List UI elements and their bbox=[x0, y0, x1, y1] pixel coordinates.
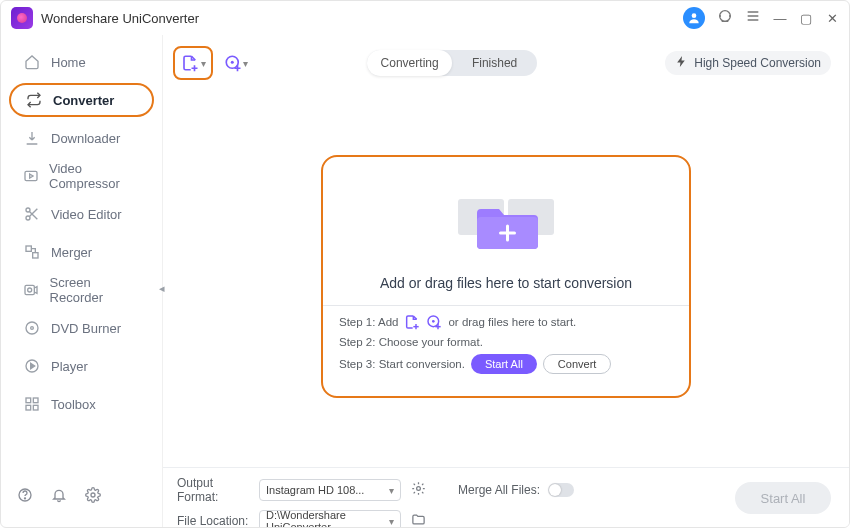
svg-rect-5 bbox=[25, 171, 37, 180]
sidebar: Home Converter Downloader Video Compress… bbox=[1, 35, 163, 527]
support-icon[interactable] bbox=[717, 8, 733, 28]
start-all-footer-button[interactable]: Start All bbox=[735, 482, 831, 514]
svg-rect-11 bbox=[26, 246, 31, 251]
chevron-down-icon: ▾ bbox=[201, 58, 206, 69]
add-dvd-button[interactable]: ▾ bbox=[221, 48, 251, 78]
svg-point-43 bbox=[417, 487, 421, 491]
grid-icon bbox=[23, 395, 41, 413]
scissors-icon bbox=[23, 205, 41, 223]
sidebar-item-recorder[interactable]: Screen Recorder bbox=[9, 273, 154, 307]
sidebar-item-label: Converter bbox=[53, 93, 114, 108]
svg-point-24 bbox=[24, 498, 25, 499]
merge-label: Merge All Files: bbox=[458, 483, 540, 497]
account-avatar[interactable] bbox=[683, 7, 705, 29]
svg-point-16 bbox=[31, 327, 34, 330]
tab-finished[interactable]: Finished bbox=[452, 56, 537, 70]
open-folder-icon[interactable] bbox=[411, 512, 426, 528]
merge-toggle[interactable] bbox=[548, 483, 574, 497]
sidebar-item-dvd[interactable]: DVD Burner bbox=[9, 311, 154, 345]
app-title: Wondershare UniConverter bbox=[41, 11, 199, 26]
bell-icon[interactable] bbox=[51, 487, 67, 507]
compressor-icon bbox=[23, 167, 39, 185]
chevron-down-icon: ▾ bbox=[389, 516, 394, 527]
sidebar-item-label: Player bbox=[51, 359, 88, 374]
sidebar-item-label: DVD Burner bbox=[51, 321, 121, 336]
add-file-button[interactable]: ▾ bbox=[173, 46, 213, 80]
minimize-button[interactable]: — bbox=[773, 11, 787, 26]
collapse-sidebar-icon[interactable]: ◂ bbox=[155, 281, 169, 295]
step1-prefix: Step 1: Add bbox=[339, 316, 398, 328]
step-3: Step 3: Start conversion. Start All Conv… bbox=[339, 354, 673, 374]
sidebar-item-editor[interactable]: Video Editor bbox=[9, 197, 154, 231]
svg-point-25 bbox=[91, 493, 95, 497]
sidebar-item-home[interactable]: Home bbox=[9, 45, 154, 79]
step-2: Step 2: Choose your format. bbox=[339, 336, 673, 348]
bolt-icon bbox=[675, 55, 688, 71]
svg-point-15 bbox=[26, 322, 38, 334]
svg-point-14 bbox=[28, 288, 32, 292]
svg-marker-18 bbox=[31, 363, 35, 368]
add-file-icon[interactable] bbox=[404, 314, 420, 330]
sidebar-item-converter[interactable]: Converter bbox=[9, 83, 154, 117]
svg-point-40 bbox=[432, 320, 435, 323]
menu-icon[interactable] bbox=[745, 8, 761, 28]
play-icon bbox=[23, 357, 41, 375]
step1-suffix: or drag files here to start. bbox=[448, 316, 576, 328]
folder-illustration bbox=[323, 179, 689, 269]
svg-rect-20 bbox=[33, 398, 38, 403]
svg-rect-22 bbox=[33, 405, 38, 410]
svg-rect-19 bbox=[26, 398, 31, 403]
step-1: Step 1: Add or drag files here to start. bbox=[339, 314, 673, 330]
sidebar-item-merger[interactable]: Merger bbox=[9, 235, 154, 269]
home-icon bbox=[23, 53, 41, 71]
output-format-select[interactable]: Instagram HD 108... ▾ bbox=[259, 479, 401, 501]
svg-point-0 bbox=[692, 13, 697, 18]
toolbar: ▾ ▾ Converting Finished High Speed Conve… bbox=[173, 41, 839, 85]
tab-converting[interactable]: Converting bbox=[367, 50, 452, 76]
settings-icon[interactable] bbox=[85, 487, 101, 507]
divider bbox=[323, 305, 689, 306]
help-icon[interactable] bbox=[17, 487, 33, 507]
svg-marker-6 bbox=[30, 174, 33, 178]
sidebar-item-label: Video Compressor bbox=[49, 161, 140, 191]
add-dvd-icon[interactable] bbox=[426, 314, 442, 330]
sidebar-item-label: Merger bbox=[51, 245, 92, 260]
dropzone[interactable]: Add or drag files here to start conversi… bbox=[321, 155, 691, 398]
output-format-value: Instagram HD 108... bbox=[266, 484, 364, 496]
sidebar-item-player[interactable]: Player bbox=[9, 349, 154, 383]
file-location-select[interactable]: D:\Wondershare UniConverter ▾ bbox=[259, 510, 401, 528]
close-button[interactable]: ✕ bbox=[825, 11, 839, 26]
high-speed-label: High Speed Conversion bbox=[694, 56, 821, 70]
sidebar-item-compressor[interactable]: Video Compressor bbox=[9, 159, 154, 193]
converter-icon bbox=[25, 91, 43, 109]
start-all-button[interactable]: Start All bbox=[471, 354, 537, 374]
app-logo bbox=[11, 7, 33, 29]
chevron-down-icon: ▾ bbox=[389, 485, 394, 496]
high-speed-toggle[interactable]: High Speed Conversion bbox=[665, 51, 831, 75]
svg-rect-13 bbox=[25, 285, 34, 294]
convert-button[interactable]: Convert bbox=[543, 354, 612, 374]
merger-icon bbox=[23, 243, 41, 261]
sidebar-item-label: Video Editor bbox=[51, 207, 122, 222]
chevron-down-icon: ▾ bbox=[243, 58, 248, 69]
svg-point-7 bbox=[26, 208, 30, 212]
output-format-label: Output Format: bbox=[177, 476, 249, 504]
main-panel: ▾ ▾ Converting Finished High Speed Conve… bbox=[163, 35, 849, 527]
file-location-label: File Location: bbox=[177, 514, 249, 528]
dropzone-message: Add or drag files here to start conversi… bbox=[323, 275, 689, 291]
sidebar-item-label: Home bbox=[51, 55, 86, 70]
sidebar-item-toolbox[interactable]: Toolbox bbox=[9, 387, 154, 421]
svg-point-1 bbox=[720, 11, 731, 22]
status-segmented: Converting Finished bbox=[367, 50, 537, 76]
svg-point-8 bbox=[26, 216, 30, 220]
sidebar-item-label: Toolbox bbox=[51, 397, 96, 412]
maximize-button[interactable]: ▢ bbox=[799, 11, 813, 26]
sidebar-item-downloader[interactable]: Downloader bbox=[9, 121, 154, 155]
settings-small-icon[interactable] bbox=[411, 481, 426, 499]
download-icon bbox=[23, 129, 41, 147]
recorder-icon bbox=[23, 281, 40, 299]
footer: Output Format: Instagram HD 108... ▾ Mer… bbox=[163, 467, 849, 527]
sidebar-item-label: Screen Recorder bbox=[50, 275, 140, 305]
svg-point-29 bbox=[231, 61, 234, 64]
file-location-value: D:\Wondershare UniConverter bbox=[266, 509, 389, 528]
